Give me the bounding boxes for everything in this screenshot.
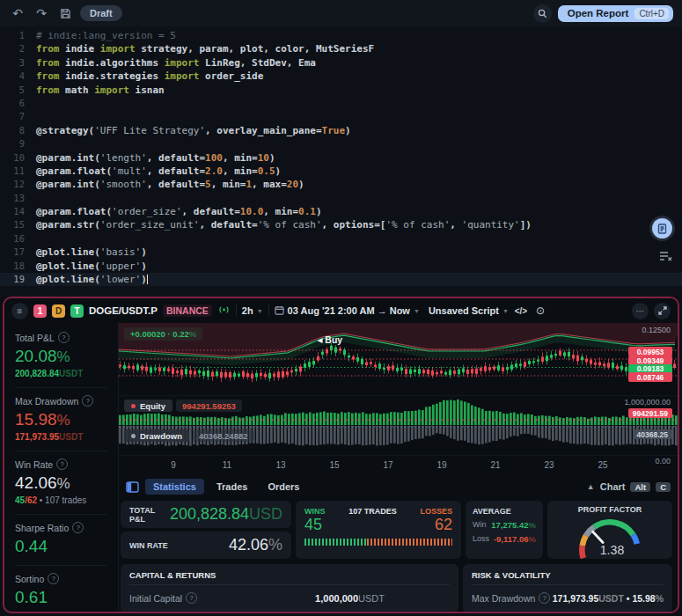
equity-scale-top: 1,000,000.00 <box>624 398 671 407</box>
interval-dropdown[interactable]: 2h▼ <box>242 305 263 316</box>
search-icon[interactable] <box>533 4 552 23</box>
live-stream-icon <box>217 305 231 316</box>
x-axis-tick: 23 <box>544 460 554 470</box>
code-line[interactable]: 13 <box>0 192 682 205</box>
risk-volatility-card: RISK & VOLATILITY Max Drawdown? 171,973.… <box>463 564 672 613</box>
save-icon[interactable] <box>56 4 74 22</box>
x-axis-tick: 15 <box>329 460 339 470</box>
top-toolbar: ↶ ↷ Draft Open Report Ctrl+D <box>0 0 682 26</box>
ratio-losses-segment <box>367 539 452 546</box>
code-line[interactable]: 14@param.float('order_size', default=10.… <box>0 205 682 218</box>
chart-toggle-label[interactable]: Chart <box>600 481 626 492</box>
help-icon[interactable]: ? <box>539 592 550 604</box>
code-line[interactable]: 4from indie.strategies import order_side <box>0 70 682 83</box>
code-line[interactable]: 12@param.int('smooth', default=5, min=1,… <box>0 178 682 191</box>
win-loss-ratio-bar <box>304 539 452 546</box>
x-axis-tick: 17 <box>383 460 392 470</box>
collapse-chevron-icon[interactable]: ▲ <box>587 482 595 491</box>
price-chart[interactable]: +0.00020 · 0.22% ◀ Buy 0.12500 0.099530.… <box>119 323 678 395</box>
exchange-label: BINANCE <box>163 304 212 317</box>
code-editor[interactable]: 1# indie:lang_version = 52from indie imp… <box>0 26 682 297</box>
pane-badge-1[interactable]: 1 <box>33 304 47 318</box>
help-icon[interactable]: ? <box>72 522 84 533</box>
help-icon[interactable]: ? <box>48 573 59 584</box>
target-icon[interactable]: ⊙ <box>533 302 547 319</box>
code-line[interactable]: 19@plot.line('lower') <box>0 273 682 286</box>
code-line[interactable]: 5from math import isnan <box>0 84 682 97</box>
assistant-button[interactable] <box>652 218 672 238</box>
more-options-icon[interactable]: ⋯ <box>632 303 649 319</box>
symbol-label[interactable]: DOGE/USDT.P <box>89 305 158 316</box>
capital-returns-card: CAPITAL & RETURNS Initial Capital? 1,000… <box>121 564 458 613</box>
drawdown-value: 40368.24882 <box>193 429 253 442</box>
code-line[interactable]: 6 <box>0 97 682 110</box>
chart-column: +0.00020 · 0.22% ◀ Buy 0.12500 0.099530.… <box>119 323 678 613</box>
code-line[interactable]: 1# indie:lang_version = 5 <box>0 29 682 42</box>
wins-losses-card: WINS 107 TRADES LOSSES 45 62 <box>296 501 461 559</box>
stats-cards: TOTALP&L 200,828.84USD WIN RATE 42.06% W… <box>121 501 672 559</box>
tab-trades[interactable]: Trades <box>209 479 255 495</box>
redo-icon[interactable]: ↷ <box>33 4 50 22</box>
clear-console-icon[interactable] <box>659 249 672 265</box>
code-line[interactable]: 18@plot.line('upper') <box>0 260 682 273</box>
x-axis-tick: 19 <box>436 460 446 470</box>
code-line[interactable]: 7 <box>0 110 682 123</box>
tab-orders[interactable]: Orders <box>260 479 307 495</box>
x-axis-tick: 9 <box>171 460 176 470</box>
code-area: 1# indie:lang_version = 52from indie imp… <box>0 29 682 286</box>
metric-sharpe: Sharpe Ratio? 0.44 <box>15 515 107 566</box>
open-report-button[interactable]: Open Report Ctrl+D <box>558 5 673 22</box>
equity-pane[interactable]: Equity 994291.59253 1,000,000.00 994291.… <box>119 395 678 425</box>
code-line[interactable]: 3from indie.algorithms import LinReg, St… <box>0 56 682 70</box>
code-line[interactable]: 15@param.str('order_size_unit', default=… <box>0 218 682 231</box>
code-line[interactable]: 17@plot.line('basis') <box>0 246 682 259</box>
equity-last-badge: 994291.59 <box>628 408 672 418</box>
code-line[interactable]: 11@param.float('mult', default=2.0, min=… <box>0 165 682 178</box>
buy-marker: ◀ Buy <box>318 334 342 345</box>
app-window: ↶ ↷ Draft Open Report Ctrl+D 1# indie:la… <box>0 0 682 616</box>
change-badge: +0.00020 · 0.22% <box>124 327 202 341</box>
x-axis[interactable]: 0.00 91113151719212325 <box>119 455 678 475</box>
calendar-icon <box>275 305 284 317</box>
metric-total-pnl: Total P&L? 20.08% 200,828.84USDT <box>15 325 107 388</box>
code-line[interactable]: 10@param.int('length', default=100, min=… <box>0 151 682 165</box>
script-dropdown[interactable]: Unsaved Script▼ <box>429 305 509 316</box>
help-icon[interactable]: ? <box>56 458 68 470</box>
metrics-sidebar: Total P&L? 20.08% 200,828.84USDT Max Dra… <box>4 323 119 613</box>
average-card: AVERAGE Win 17,275.42% Loss -9,117.06% <box>466 501 543 559</box>
panel-menu-icon[interactable]: ≡ <box>11 303 28 319</box>
svg-text:1.38: 1.38 <box>600 543 625 557</box>
drawdown-legend[interactable]: Drawdown <box>124 429 189 442</box>
date-range-dropdown[interactable]: 03 Aug '21 2:00 AM → Now▼ <box>275 305 420 317</box>
metric-sortino: Sortino? 0.61 <box>15 566 107 613</box>
metric-win-rate: Win Rate? 42.06% 45/62 • 107 trades <box>15 451 107 515</box>
drawdown-pane[interactable]: Drawdown 40368.24882 40368.25 <box>119 425 678 455</box>
price-scale-top: 0.12500 <box>642 326 671 334</box>
code-line[interactable]: 16 <box>0 232 682 246</box>
total-pnl-card: TOTALP&L 200,828.84USD <box>121 501 291 528</box>
metric-max-drawdown: Max Drawdown? 15.98% 171,973.95USDT <box>15 388 107 451</box>
equity-value: 994291.59253 <box>176 400 242 412</box>
help-icon[interactable]: ? <box>186 592 197 604</box>
draft-badge: Draft <box>80 5 122 21</box>
report-tabs: Statistics Trades Orders ▲ Chart Alt C <box>119 475 678 498</box>
pane-badge-t[interactable]: T <box>70 304 84 318</box>
win-rate-card: WIN RATE 42.06% <box>121 532 291 559</box>
source-code-icon[interactable]: </> <box>514 302 528 319</box>
profit-factor-gauge: 1.38 <box>547 514 672 562</box>
expand-icon[interactable] <box>654 303 671 319</box>
pane-badge-d[interactable]: D <box>52 304 65 318</box>
help-icon[interactable]: ? <box>58 332 70 343</box>
kbd-c: C <box>656 482 671 492</box>
equity-legend[interactable]: Equity <box>124 400 172 412</box>
code-line[interactable]: 2from indie import strategy, param, plot… <box>0 42 682 55</box>
x-axis-tick: 13 <box>275 460 285 470</box>
strategy-panel: ≡ 1 D T DOGE/USDT.P BINANCE 2h▼ <box>3 297 679 613</box>
help-icon[interactable]: ? <box>82 395 93 407</box>
panel-toggle-icon[interactable] <box>126 481 139 493</box>
tab-statistics[interactable]: Statistics <box>145 479 204 495</box>
code-line[interactable]: 9 <box>0 137 682 150</box>
code-line[interactable]: 8@strategy('UFF Lite Strategy', overlay_… <box>0 124 682 137</box>
panel-header: ≡ 1 D T DOGE/USDT.P BINANCE 2h▼ <box>4 298 678 323</box>
undo-icon[interactable]: ↶ <box>9 4 26 22</box>
